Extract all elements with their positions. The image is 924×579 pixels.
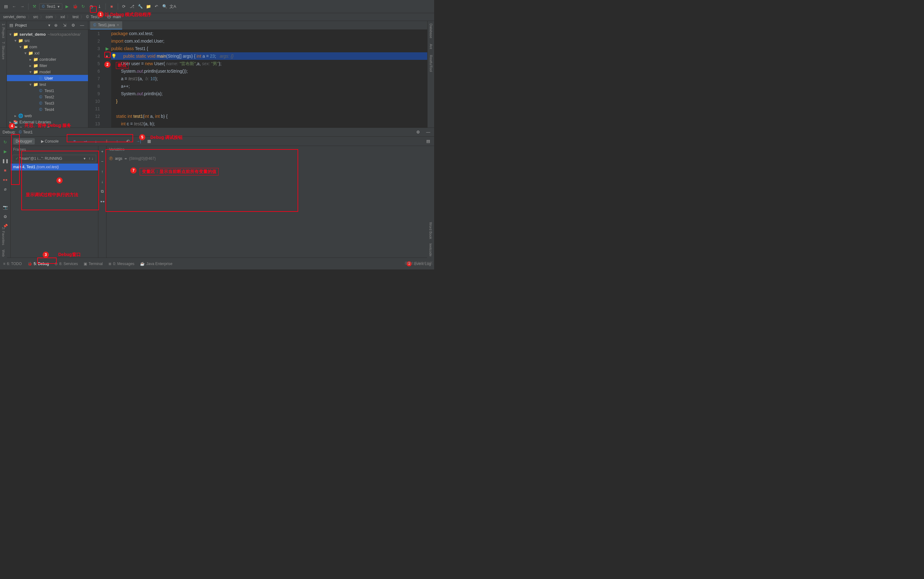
tree-row[interactable]: 📋Scratches and Consoles xyxy=(7,125,88,128)
bc-6[interactable]: main xyxy=(113,15,121,19)
stripe-web[interactable]: Web xyxy=(2,250,5,257)
stripe-leetcode[interactable]: leetcode xyxy=(429,244,433,257)
project-tree[interactable]: ▾📁servlet_demo~/workspace/idea/▾📁src▾📁co… xyxy=(7,30,88,128)
tab-terminal[interactable]: ▣Terminal xyxy=(83,262,103,266)
run-config-label: Test1 xyxy=(47,4,56,9)
tree-row[interactable]: ▾📁src xyxy=(7,37,88,44)
breakpoints-icon[interactable]: ●● xyxy=(2,176,9,183)
coverage-icon[interactable]: ↻ xyxy=(80,3,87,10)
tree-row[interactable]: ▸📁controller xyxy=(7,56,88,62)
resume-icon[interactable]: ▶ xyxy=(2,148,9,155)
down-icon[interactable]: ↓ xyxy=(99,178,106,185)
hammer-icon[interactable]: ⚒ xyxy=(31,3,38,10)
frame-row[interactable]: main:4, Test1 (com.xxl.test) xyxy=(11,164,98,170)
tree-row[interactable]: ▸📚External Libraries xyxy=(7,119,88,125)
status-bar: ≡6: TODO 🐞5: Debug ⊙8: Services ▣Termina… xyxy=(0,258,434,270)
search-icon[interactable]: 🔍 xyxy=(161,3,168,10)
tab-debug-bottom[interactable]: 🐞5: Debug xyxy=(28,262,49,266)
folder-icon[interactable]: 📁 xyxy=(145,3,152,10)
stop-debug-icon[interactable]: ■ xyxy=(2,167,9,173)
run-to-cursor-icon[interactable]: →| xyxy=(135,138,142,145)
tree-row[interactable]: ▸🌐web xyxy=(7,113,88,119)
stripe-restful[interactable]: RestfulTool xyxy=(429,55,433,72)
mute-bp-icon[interactable]: ⌀ xyxy=(2,185,9,192)
step-into-icon[interactable]: ↓ xyxy=(92,138,99,145)
step-over-icon[interactable]: ⤻ xyxy=(82,138,89,145)
bc-3[interactable]: xxl xyxy=(60,15,65,19)
tree-row[interactable]: ▾📁xxl xyxy=(7,50,88,56)
camera-icon[interactable]: 📷 xyxy=(2,204,9,211)
tab-messages[interactable]: ≣0: Messages xyxy=(108,262,134,266)
forward-icon[interactable]: → xyxy=(19,3,26,10)
gutter-icons[interactable]: ▶● xyxy=(106,30,111,128)
bc-0[interactable]: servlet_demo xyxy=(3,15,26,19)
left-tool-stripe: 1: Project 7: Structure xyxy=(0,21,7,128)
pause-icon[interactable]: ❚❚ xyxy=(2,157,9,164)
vars-content[interactable]: ⓟ args = {String[0]@467} xyxy=(106,154,434,258)
thread-selector[interactable]: ✓ "main"@1 i...": RUNNING ▾ ↑ ↓ xyxy=(13,155,96,162)
attach-icon[interactable]: ⤓ xyxy=(96,3,103,10)
tree-row[interactable]: ©Test4 xyxy=(7,106,88,113)
layout-icon[interactable]: ▤ xyxy=(425,138,432,145)
tab-console[interactable]: ▶ Console xyxy=(39,138,61,144)
remove-watch-icon[interactable]: − xyxy=(99,158,106,165)
tree-row[interactable]: ©Test3 xyxy=(7,100,88,106)
tree-row[interactable]: ▾📁com xyxy=(7,44,88,50)
stripe-wordbook[interactable]: Word Book xyxy=(429,222,433,239)
bc-1[interactable]: src xyxy=(33,15,38,19)
back-icon[interactable]: ← xyxy=(11,3,18,10)
bc-5[interactable]: Test1 xyxy=(91,15,100,19)
force-step-into-icon[interactable]: ⇓ xyxy=(103,138,110,145)
code-content[interactable]: package com.xxl.test;import com.xxl.mode… xyxy=(111,30,427,128)
hide-icon[interactable]: — xyxy=(78,22,85,29)
run-config-select[interactable]: ©Test1▾ xyxy=(39,3,62,10)
bc-4[interactable]: test xyxy=(72,15,78,19)
back2-icon[interactable]: ↶ xyxy=(153,3,160,10)
profile-icon[interactable]: ◷ xyxy=(88,3,95,10)
vcs-icon[interactable]: ⎇ xyxy=(129,3,135,10)
stripe-favorites[interactable]: 2: Favorites xyxy=(2,227,5,245)
update-icon[interactable]: ⟳ xyxy=(121,3,127,10)
tab-javaee[interactable]: ☕Java Enterprise xyxy=(140,262,172,266)
tree-row[interactable]: ▸📁filter xyxy=(7,62,88,69)
tree-row[interactable]: ©Test1 xyxy=(7,87,88,94)
bc-2[interactable]: com xyxy=(46,15,53,19)
rerun-icon[interactable]: ↻ xyxy=(2,139,9,146)
tree-row[interactable]: ▾📁test xyxy=(7,81,88,87)
stop-icon[interactable]: ■ xyxy=(108,3,115,10)
lang-icon[interactable]: 文A xyxy=(170,3,176,10)
wrench-icon[interactable]: 🔧 xyxy=(137,3,144,10)
glasses-icon[interactable]: 👓 xyxy=(99,198,106,205)
debug-gear-icon[interactable]: ⚙ xyxy=(415,129,421,136)
stripe-database[interactable]: Database xyxy=(429,23,433,38)
copy-icon[interactable]: ⧉ xyxy=(99,188,106,195)
add-watch-icon[interactable]: + xyxy=(99,148,106,155)
line-gutter[interactable]: 12345678910111213 xyxy=(88,30,106,128)
step-out-icon[interactable]: ↑ xyxy=(114,138,121,145)
debug-hide-icon[interactable]: — xyxy=(425,129,432,136)
tab-test1[interactable]: ©Test1.java× xyxy=(90,21,122,29)
tree-row[interactable]: ▾📁model xyxy=(7,69,88,75)
settings-icon[interactable]: ⚙ xyxy=(2,213,9,220)
tree-row[interactable]: ▾📁servlet_demo~/workspace/idea/ xyxy=(7,31,88,37)
tree-row[interactable]: ©User xyxy=(7,75,88,81)
stripe-project[interactable]: 1: Project xyxy=(2,23,5,38)
gear-icon[interactable]: ⚙ xyxy=(70,22,77,29)
evaluate-icon[interactable]: ▦ xyxy=(146,138,153,145)
variables-panel: + − ↑ ↓ ⧉ 👓 Variables ⓟ args = {String[0… xyxy=(98,146,434,258)
show-exec-icon[interactable]: ≡ xyxy=(71,138,78,145)
drop-frame-icon[interactable]: ↶ xyxy=(124,138,131,145)
tab-debugger[interactable]: Debugger xyxy=(13,138,35,144)
expand-icon[interactable]: ▤ xyxy=(3,3,10,10)
target-icon[interactable]: ⊕ xyxy=(52,22,59,29)
debug-icon[interactable]: 🐞 xyxy=(72,3,78,10)
run-icon[interactable]: ▶ xyxy=(64,3,70,10)
tab-services[interactable]: ⊙8: Services xyxy=(54,262,78,266)
main-toolbar: ▤ ← → ⚒ ©Test1▾ ▶ 🐞 ↻ ◷ ⤓ ■ ⟳ ⎇ 🔧 📁 ↶ 🔍 … xyxy=(0,0,434,13)
stripe-ant[interactable]: Ant xyxy=(429,44,433,49)
stripe-structure[interactable]: 7: Structure xyxy=(2,42,5,59)
up-icon[interactable]: ↑ xyxy=(99,168,106,175)
tab-todo[interactable]: ≡6: TODO xyxy=(3,262,22,266)
collapse-icon[interactable]: ⇲ xyxy=(61,22,68,29)
tree-row[interactable]: ©Test2 xyxy=(7,94,88,100)
